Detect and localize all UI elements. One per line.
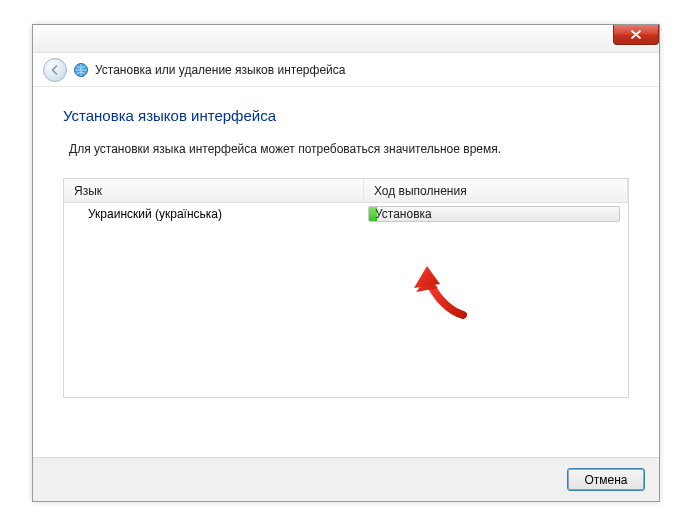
cell-progress: Установка (364, 204, 628, 224)
table-row: Украинский (українська) Установка (64, 203, 628, 225)
footer: Отмена (33, 457, 659, 501)
back-arrow-icon (49, 64, 61, 76)
column-header-language[interactable]: Язык (64, 179, 364, 202)
titlebar (33, 25, 659, 53)
cancel-button[interactable]: Отмена (567, 468, 645, 491)
description-text: Для установки языка интерфейса может пот… (63, 142, 629, 156)
progress-status-text: Установка (375, 207, 432, 221)
back-button[interactable] (43, 58, 67, 82)
globe-icon (73, 62, 89, 78)
close-button[interactable] (613, 25, 659, 45)
page-title: Установка языков интерфейса (63, 107, 629, 124)
progress-bar: Установка (368, 206, 620, 222)
close-icon (631, 30, 641, 39)
content-area: Установка языков интерфейса Для установк… (33, 87, 659, 408)
header-row: Установка или удаление языков интерфейса (33, 53, 659, 87)
cell-language: Украинский (українська) (64, 205, 364, 223)
column-header-progress[interactable]: Ход выполнения (364, 179, 628, 202)
breadcrumb: Установка или удаление языков интерфейса (95, 63, 345, 77)
wizard-window: Установка или удаление языков интерфейса… (32, 24, 660, 502)
language-table: Язык Ход выполнения Украинский (українсь… (63, 178, 629, 398)
table-header: Язык Ход выполнения (64, 179, 628, 203)
